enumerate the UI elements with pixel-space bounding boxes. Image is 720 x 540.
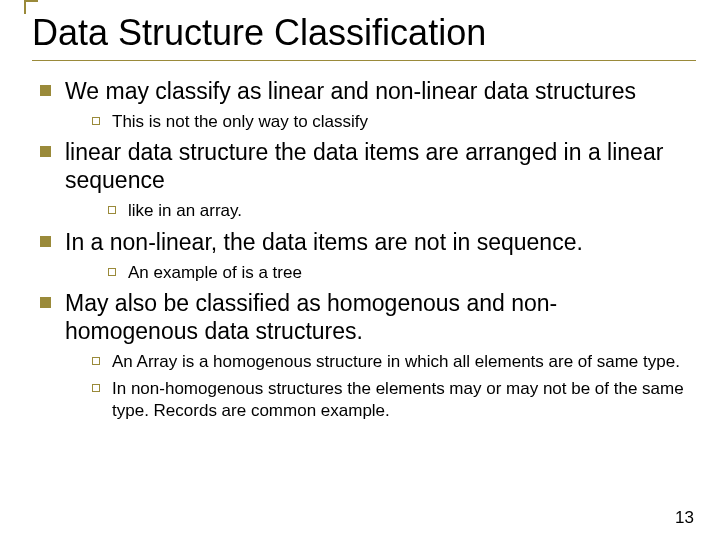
list-item: In a non-linear, the data items are not … <box>40 228 686 256</box>
sub-bullet-text: like in an array. <box>128 200 242 221</box>
list-item: like in an array. <box>108 200 686 221</box>
list-item: An example of is a tree <box>108 262 686 283</box>
list-item: An Array is a homogenous structure in wh… <box>92 351 686 372</box>
list-item: May also be classified as homogenous and… <box>40 289 686 345</box>
corner-accent-icon <box>24 0 38 14</box>
content-area: We may classify as linear and non-linear… <box>24 77 696 421</box>
hollow-square-icon <box>92 117 100 125</box>
square-bullet-icon <box>40 236 51 247</box>
sub-bullet-text: An Array is a homogenous structure in wh… <box>112 351 680 372</box>
sub-bullet-text: This is not the only way to classify <box>112 111 368 132</box>
square-bullet-icon <box>40 297 51 308</box>
hollow-square-icon <box>92 384 100 392</box>
sub-bullet-text: An example of is a tree <box>128 262 302 283</box>
page-number: 13 <box>675 508 694 528</box>
sub-bullet-text: In non-homogenous structures the element… <box>112 378 686 421</box>
bullet-text: May also be classified as homogenous and… <box>65 289 686 345</box>
title-underline <box>32 60 696 61</box>
bullet-text: linear data structure the data items are… <box>65 138 686 194</box>
list-item: This is not the only way to classify <box>92 111 686 132</box>
square-bullet-icon <box>40 146 51 157</box>
bullet-text: In a non-linear, the data items are not … <box>65 228 583 256</box>
hollow-square-icon <box>92 357 100 365</box>
hollow-square-icon <box>108 268 116 276</box>
slide-title: Data Structure Classification <box>32 12 696 60</box>
list-item: linear data structure the data items are… <box>40 138 686 194</box>
hollow-square-icon <box>108 206 116 214</box>
list-item: In non-homogenous structures the element… <box>92 378 686 421</box>
list-item: We may classify as linear and non-linear… <box>40 77 686 105</box>
square-bullet-icon <box>40 85 51 96</box>
bullet-text: We may classify as linear and non-linear… <box>65 77 636 105</box>
title-block: Data Structure Classification <box>32 12 696 60</box>
